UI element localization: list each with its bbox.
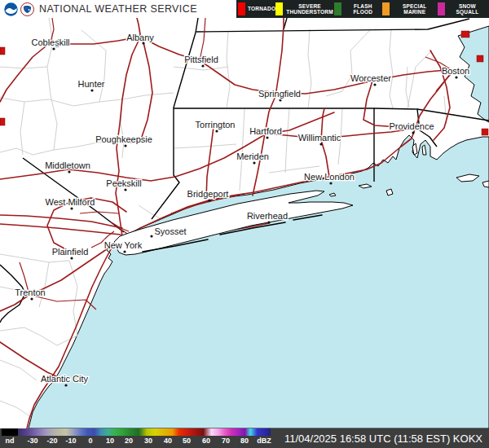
colorbar-tick: 80 [240, 437, 249, 445]
city-dot [123, 250, 126, 253]
city-label: Syosset [154, 226, 186, 236]
tornado-label: TORNADO [248, 6, 275, 11]
city-label: New York [104, 240, 143, 250]
colorbar-tick: 20 [125, 437, 133, 445]
city-dot [68, 170, 70, 173]
tornado-swatch [238, 2, 245, 15]
colorbar-tick: -20 [46, 437, 57, 445]
reflectivity-colorbar [2, 428, 271, 436]
city-dot [52, 47, 55, 50]
city-dot [70, 257, 73, 259]
city-label: Plainfield [52, 247, 89, 257]
city-label: Bridgeport [187, 189, 229, 199]
nws-logo-icon [20, 2, 34, 16]
city-label: Boston [442, 66, 469, 76]
city-label: Providence [389, 121, 434, 131]
special-marine-swatch [382, 2, 390, 15]
radar-map[interactable]: Cobleskill Albany Pittsfield Hunter Worc… [0, 18, 489, 428]
colorbar-tick: 0 [88, 437, 92, 445]
city-dot [124, 144, 126, 147]
city-dot [90, 89, 93, 91]
city-label: Meriden [236, 152, 269, 161]
status-bar: nd -30 -20 -10 0 10 20 30 40 50 60 70 80… [0, 428, 489, 448]
city-dot [319, 143, 322, 145]
city-label: Hunter [77, 79, 104, 89]
city-dot [412, 131, 414, 134]
severe-thunderstorm-swatch [275, 2, 283, 15]
nws-header: NATIONAL WEATHER SERVICE [0, 0, 236, 18]
snow-squall-swatch [438, 2, 445, 15]
city-dot [150, 235, 152, 237]
colorbar-tick: 10 [106, 437, 114, 445]
warning-legend: TORNADO SEVERE THUNDERSTORM FLASH FLOOD … [236, 0, 489, 18]
nws-title: NATIONAL WEATHER SERVICE [39, 3, 197, 15]
city-label: Riverhead [247, 211, 288, 221]
city-dot [279, 99, 281, 101]
city-label: West Milford [46, 197, 95, 207]
flash-flood-swatch [334, 2, 341, 15]
city-label: Springfield [258, 89, 301, 99]
city-dot [267, 221, 270, 223]
city-dot [70, 207, 73, 209]
city-dot [30, 297, 33, 300]
city-label: Cobleskill [31, 37, 69, 47]
flash-flood-label: FLASH FLOOD [344, 3, 382, 15]
city-dot [253, 161, 255, 164]
city-dot [329, 182, 332, 184]
city-dot [266, 136, 268, 138]
colorbar-tick: 70 [222, 437, 230, 445]
legend-item-severe-thunderstorm: SEVERE THUNDERSTORM [275, 2, 334, 15]
city-label: Middletown [45, 160, 90, 170]
timestamp: 11/04/2025 16:58 UTC (11:58 EST) KOKX [284, 428, 482, 448]
city-label: Albany [126, 33, 154, 42]
special-marine-label: SPECIAL MARINE [392, 3, 438, 15]
legend-item-flash-flood: FLASH FLOOD [334, 2, 382, 15]
city-dot [215, 130, 218, 132]
colorbar-tick: -30 [27, 437, 37, 445]
colorbar-tick: 40 [164, 437, 172, 445]
city-dot [208, 199, 210, 201]
colorbar-tick: nd [6, 437, 15, 445]
city-label: Atlantic City [41, 374, 89, 384]
city-label: Willimantic [298, 133, 341, 143]
city-dot [455, 76, 457, 78]
colorbar-tick: 60 [202, 437, 210, 445]
top-bar: NATIONAL WEATHER SERVICE TORNADO SEVERE … [0, 0, 489, 18]
city-label: Worcester [350, 73, 391, 83]
colorbar-tick: 30 [144, 437, 152, 445]
city-label: Torrington [196, 120, 236, 130]
city-dot [201, 64, 204, 67]
city-dot [373, 83, 376, 86]
city-label: New London [304, 172, 355, 182]
legend-item-snow-squall: SNOW SQUALL [438, 2, 487, 15]
severe-thunderstorm-label: SEVERE THUNDERSTORM [285, 3, 334, 15]
colorbar-unit: dBZ [257, 437, 271, 445]
snow-squall-label: SNOW SQUALL [447, 3, 487, 15]
city-label: Peekskill [106, 178, 141, 188]
city-dot [124, 188, 126, 191]
noaa-logo-icon [4, 2, 18, 16]
colorbar-tick: 50 [183, 437, 191, 445]
city-label: Pittsfield [184, 55, 218, 64]
legend-item-tornado: TORNADO [238, 2, 275, 15]
city-label: Hartford [249, 126, 282, 136]
city-label: Poughkeepsie [95, 134, 152, 144]
colorbar-tick: -10 [65, 437, 76, 445]
city-label: Trenton [15, 288, 46, 297]
legend-item-special-marine: SPECIAL MARINE [382, 2, 438, 15]
nws-radar-viewer: NATIONAL WEATHER SERVICE TORNADO SEVERE … [0, 0, 489, 448]
city-dot [64, 384, 67, 386]
